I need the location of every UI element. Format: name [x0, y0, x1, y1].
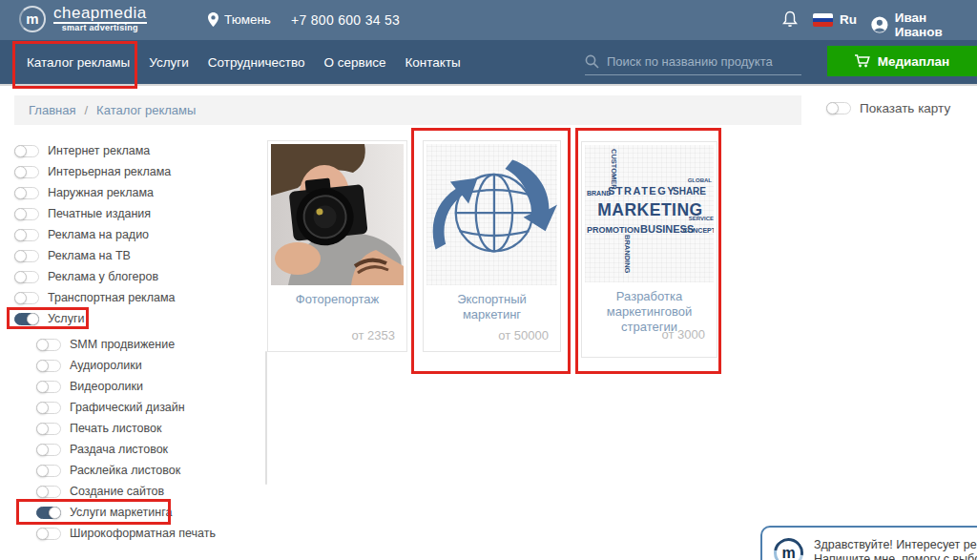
logo-mark-icon: m [19, 6, 46, 32]
filter-toggle[interactable] [36, 360, 61, 372]
cloud-word: CONCEPT [683, 227, 714, 234]
filter-toggle[interactable] [36, 465, 61, 477]
sidebar-scrollbar[interactable] [265, 351, 267, 485]
filter-label[interactable]: Создание сайтов [70, 485, 164, 498]
product-price: от 2353 [352, 328, 395, 342]
filter-toggle[interactable] [36, 444, 61, 456]
chat-logo-icon: m [768, 531, 809, 560]
toggle-knob [27, 313, 39, 325]
cart-icon [855, 54, 870, 68]
mediaplan-button[interactable]: Медиаплан [827, 46, 977, 76]
show-map-toggle[interactable] [826, 102, 851, 114]
notifications-bell-icon[interactable] [782, 10, 798, 31]
filter-label[interactable]: Видеоролики [70, 380, 143, 393]
breadcrumb-current[interactable]: Каталог рекламы [96, 103, 196, 117]
filter-toggle[interactable] [14, 208, 39, 220]
nav-item-catalog[interactable]: Каталог рекламы [27, 55, 130, 70]
language-switcher[interactable]: Ru [840, 12, 857, 27]
filter-videoroliki: Видеоролики [36, 376, 253, 397]
filter-label[interactable]: Печать листовок [70, 422, 161, 435]
filter-raskleyka-listovok: Расклейка листовок [36, 460, 253, 481]
filter-label[interactable]: Услуги [48, 312, 84, 325]
filter-toggle[interactable] [36, 381, 61, 393]
nav-item-cooperation[interactable]: Сотрудничество [208, 55, 305, 70]
filter-label[interactable]: Графический дизайн [70, 401, 185, 414]
filter-toggle[interactable] [14, 229, 39, 241]
cloud-word: GLOBAL [688, 177, 712, 183]
toggle-knob [14, 208, 27, 220]
filter-label[interactable]: Широкоформатная печать [70, 527, 216, 540]
photographer-photo [271, 144, 404, 285]
breadcrumb-home[interactable]: Главная [29, 103, 75, 117]
filter-toggle[interactable] [36, 402, 61, 414]
filter-label[interactable]: Услуги маркетинга [70, 506, 172, 519]
filter-toggle[interactable] [14, 313, 39, 325]
filter-label[interactable]: SMM продвижение [70, 338, 175, 351]
cloud-word: PROMOTION [587, 225, 640, 235]
cloud-word: BRAND [587, 190, 611, 197]
filter-label[interactable]: Реклама на радио [48, 228, 149, 241]
filter-toggle[interactable] [14, 166, 39, 178]
filter-toggle[interactable] [14, 271, 39, 283]
filter-toggle[interactable] [36, 423, 61, 435]
filter-smm: SMM продвижение [36, 334, 253, 355]
toggle-knob [36, 528, 49, 540]
toggle-knob [826, 102, 839, 114]
toggle-knob [36, 465, 49, 477]
nav-item-about[interactable]: О сервисе [323, 55, 385, 70]
product-card-fotoreportazh[interactable]: Фоторепортаж от 2353 [267, 140, 407, 352]
toggle-knob [36, 402, 49, 414]
filter-razdacha-listovok: Раздача листовок [36, 439, 253, 460]
avatar-icon [870, 15, 889, 34]
chat-message-line2: Напишите мне, помогу с выборо [814, 552, 977, 560]
category-filters: Интернет реклама Интерьерная реклама Нар… [14, 140, 253, 544]
filter-label[interactable]: Транспортная реклама [48, 291, 176, 304]
filter-uslugi: Услуги [14, 308, 253, 329]
cloud-word: BRANDING [623, 235, 632, 273]
product-price: от 50000 [498, 328, 549, 342]
nav-item-services[interactable]: Услуги [149, 55, 189, 70]
product-title[interactable]: Фоторепортаж [268, 292, 406, 307]
flag-ru-icon[interactable] [813, 13, 833, 27]
filter-label[interactable]: Реклама на ТВ [48, 249, 131, 262]
filter-toggle[interactable] [36, 486, 61, 498]
logo-tagline: smart advertising [53, 23, 147, 32]
filter-toggle[interactable] [14, 250, 39, 262]
filter-label[interactable]: Интерьерная реклама [48, 165, 171, 178]
filter-toggle[interactable] [36, 507, 61, 519]
filter-label[interactable]: Печатные издания [48, 207, 151, 220]
product-title[interactable]: Экспортный маркетинг [424, 292, 560, 322]
search-icon [585, 54, 599, 69]
filter-shirokoformatnaya-pechat: Широкоформатная печать [36, 523, 253, 544]
filter-toggle[interactable] [36, 528, 61, 540]
filter-label[interactable]: Наружная реклама [48, 186, 154, 199]
toggle-knob [14, 292, 27, 304]
user-menu[interactable]: Иван Иванов [870, 10, 977, 39]
filter-label[interactable]: Расклейка листовок [70, 464, 180, 477]
breadcrumb: Главная / Каталог рекламы [14, 95, 801, 125]
product-card-razrabotka-strategii[interactable]: CUSTOMER GLOBAL STRATEGY SHARE BRAND MAR… [581, 141, 717, 358]
toggle-knob [14, 187, 27, 199]
chat-widget[interactable]: m Здравствуйте! Интересует рекла Напишит… [760, 526, 977, 560]
filter-toggle[interactable] [14, 145, 39, 157]
logo[interactable]: m cheapmedia smart advertising [19, 5, 147, 32]
filter-naruzhnaya-reklama: Наружная реклама [14, 182, 253, 203]
product-card-eksportnyy-marketing[interactable]: Экспортный маркетинг от 50000 [423, 140, 561, 352]
chat-message-line1: Здравствуйте! Интересует рекла [814, 538, 977, 552]
toggle-knob [36, 381, 49, 393]
toggle-knob [36, 486, 49, 498]
filter-label[interactable]: Реклама у блогеров [48, 270, 158, 283]
filter-toggle[interactable] [14, 292, 39, 304]
search-input[interactable] [607, 54, 801, 69]
filter-label[interactable]: Интернет реклама [48, 144, 150, 157]
filter-toggle[interactable] [36, 339, 61, 351]
filter-graficheskiy-dizayn: Графический дизайн [36, 397, 253, 418]
filter-label[interactable]: Аудиоролики [70, 359, 142, 372]
filter-label[interactable]: Раздача листовок [70, 443, 168, 456]
filter-reklama-na-tv: Реклама на ТВ [14, 245, 253, 266]
city-selector[interactable]: Тюмень [208, 12, 271, 27]
nav-item-contacts[interactable]: Контакты [405, 55, 460, 70]
show-map-toggle-row: Показать карту [826, 101, 950, 115]
filter-toggle[interactable] [14, 187, 39, 199]
show-map-label: Показать карту [860, 101, 950, 115]
